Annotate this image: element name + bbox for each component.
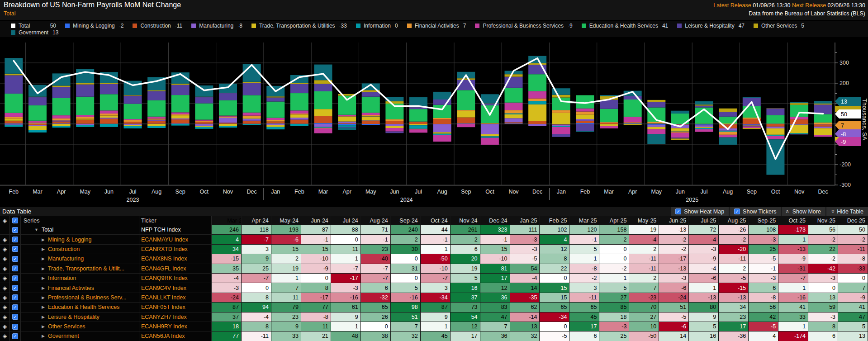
select-all-checkbox[interactable]: ✓ [10, 216, 21, 225]
series-name[interactable]: ▶Professional & Business Serv... [21, 293, 139, 303]
chevron-up-icon: « [785, 210, 792, 213]
column-header-month[interactable]: Nov-24 [451, 216, 480, 225]
column-header-month[interactable]: Oct-24 [421, 216, 451, 225]
drag-handle-icon[interactable]: ◈ [0, 303, 10, 312]
legend-item-total[interactable]: Total50 [11, 23, 56, 29]
data-cell: 13 [510, 322, 540, 332]
column-header-month[interactable]: Jun-24 [301, 216, 331, 225]
column-header-month[interactable]: Dec-25 [838, 216, 868, 225]
svg-text:Jun: Jun [390, 189, 399, 195]
expander-icon[interactable]: ▶ [42, 324, 45, 329]
legend-item-financial-activities[interactable]: Financial Activities7 [407, 23, 466, 29]
series-name[interactable]: ▶Leisure & Hospitality [21, 313, 139, 322]
row-checkbox[interactable]: ✓ [10, 235, 21, 244]
expander-icon[interactable]: ▶ [42, 266, 45, 271]
column-header-month[interactable]: Nov-25 [808, 216, 838, 225]
hide-table-label: Hide Table [837, 208, 863, 215]
drag-handle-icon[interactable]: ◈ [0, 245, 10, 254]
legend-item-other-services[interactable]: Other Services5 [754, 23, 804, 29]
row-checkbox[interactable]: ✓ [10, 245, 21, 254]
series-name[interactable]: ▶Other Services [21, 322, 139, 332]
legend-item-professional-business-services[interactable]: Professional & Business Services-9 [475, 23, 572, 29]
legend-item-education-health-services[interactable]: Education & Health Services41 [582, 23, 668, 29]
expander-icon[interactable]: ▶ [42, 315, 45, 319]
series-name[interactable]: ▶Information [21, 274, 139, 283]
legend-label: Professional & Business Services [483, 23, 564, 29]
drag-handle-icon[interactable]: ◈ [0, 313, 10, 322]
column-header-month[interactable]: Sep-24 [391, 216, 421, 225]
row-checkbox[interactable]: ✓ [10, 254, 21, 264]
column-header-month[interactable]: Sep-25 [749, 216, 778, 225]
show-tickers-toggle[interactable]: ✓ Show Tickers [730, 207, 781, 216]
column-header-month[interactable]: Dec-24 [480, 216, 510, 225]
row-checkbox[interactable]: ✓ [10, 313, 21, 322]
row-checkbox[interactable]: ✓ [10, 225, 21, 235]
legend-item-government[interactable]: Government13 [11, 29, 56, 36]
drag-handle-icon[interactable] [0, 225, 10, 235]
expander-icon[interactable]: ▶ [42, 334, 45, 338]
column-header-month[interactable]: Aug-24 [361, 216, 391, 225]
move-icon[interactable]: ◈ [0, 216, 10, 225]
hide-table-button[interactable]: « Hide Table [826, 207, 868, 216]
row-checkbox[interactable]: ✓ [10, 274, 21, 283]
drag-handle-icon[interactable]: ◈ [0, 283, 10, 293]
legend-item-information[interactable]: Information0 [356, 23, 398, 29]
row-checkbox[interactable]: ✓ [10, 303, 21, 312]
column-header-month[interactable]: Feb-25 [540, 216, 569, 225]
expander-icon[interactable]: ▼ [34, 227, 38, 232]
show-heat-map-toggle[interactable]: ✓ Show Heat Map [671, 207, 729, 216]
row-checkbox[interactable]: ✓ [10, 264, 21, 274]
column-header-month[interactable]: Apr-24 [242, 216, 271, 225]
data-cell: 15 [271, 245, 301, 254]
expander-icon[interactable]: ▶ [42, 286, 45, 290]
data-cell: 1 [778, 322, 808, 332]
expander-icon[interactable]: ▶ [42, 276, 45, 280]
column-header-month[interactable]: May-24 [271, 216, 301, 225]
data-cell: -11 [838, 245, 868, 254]
series-name[interactable]: ▼Total [21, 225, 139, 235]
legend-item-leisure-hospitality[interactable]: Leisure & Hospitality47 [677, 23, 745, 29]
series-name[interactable]: ▶Manufacturing [21, 254, 139, 264]
column-header-month[interactable]: Jan-25 [510, 216, 540, 225]
stacked-bar-chart: 3002001000-100-200-300FebMarAprMayJunJul… [0, 38, 868, 207]
show-tickers-checkbox[interactable]: ✓ [734, 208, 740, 214]
column-header-month[interactable]: Aug-25 [719, 216, 749, 225]
show-more-button[interactable]: « Show More [782, 207, 825, 216]
series-name[interactable]: ▶Education & Health Services [21, 303, 139, 312]
legend-item-mining-logging[interactable]: Mining & Logging-2 [65, 23, 123, 29]
drag-handle-icon[interactable]: ◈ [0, 332, 10, 341]
series-name[interactable]: ▶Financial Activities [21, 283, 139, 293]
expander-icon[interactable]: ▶ [42, 295, 45, 300]
row-checkbox[interactable]: ✓ [10, 332, 21, 341]
column-header-month[interactable]: Mar-24 [212, 216, 242, 225]
column-header-month[interactable]: Jul-24 [331, 216, 361, 225]
series-name[interactable]: ▶Construction [21, 245, 139, 254]
series-name[interactable]: ▶Government [21, 332, 139, 341]
drag-handle-icon[interactable]: ◈ [0, 235, 10, 244]
series-name[interactable]: ▶Mining & Logging [21, 235, 139, 244]
legend-item-manufacturing[interactable]: Manufacturing-8 [191, 23, 242, 29]
column-header-month[interactable]: Jun-25 [659, 216, 689, 225]
legend-item-construction[interactable]: Construction-11 [133, 23, 182, 29]
column-header-month[interactable]: Apr-25 [599, 216, 629, 225]
column-header-month[interactable]: Mar-25 [569, 216, 599, 225]
column-header-month[interactable]: Jul-25 [689, 216, 719, 225]
expander-icon[interactable]: ▶ [42, 305, 45, 309]
drag-handle-icon[interactable]: ◈ [0, 264, 10, 274]
drag-handle-icon[interactable]: ◈ [0, 293, 10, 303]
show-heat-map-checkbox[interactable]: ✓ [675, 208, 681, 214]
drag-handle-icon[interactable]: ◈ [0, 322, 10, 332]
column-header-month[interactable]: Oct-25 [778, 216, 808, 225]
row-checkbox[interactable]: ✓ [10, 322, 21, 332]
drag-handle-icon[interactable]: ◈ [0, 274, 10, 283]
drag-handle-icon[interactable]: ◈ [0, 254, 10, 264]
expander-icon[interactable]: ▶ [42, 237, 45, 242]
row-checkbox[interactable]: ✓ [10, 283, 21, 293]
column-header-month[interactable]: May-25 [629, 216, 659, 225]
data-cell: 30 [391, 245, 421, 254]
expander-icon[interactable]: ▶ [42, 256, 45, 261]
expander-icon[interactable]: ▶ [42, 247, 45, 251]
series-name[interactable]: ▶Trade, Transportation & Utilit... [21, 264, 139, 274]
row-checkbox[interactable]: ✓ [10, 293, 21, 303]
legend-item-trade-transportation-utilities[interactable]: Trade, Transportation & Utilities-33 [251, 23, 347, 29]
